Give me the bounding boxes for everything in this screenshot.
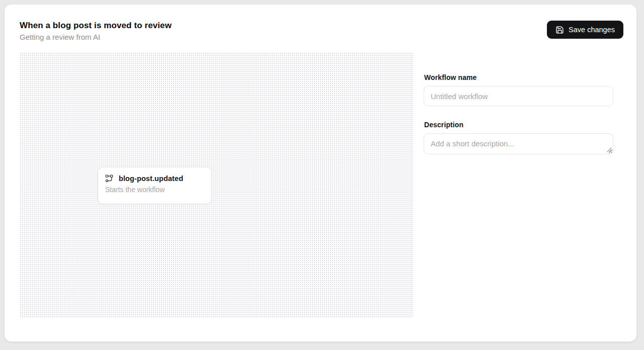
header-titles: When a blog post is moved to review Gett… xyxy=(20,21,172,42)
workflow-name-label: Workflow name xyxy=(424,73,613,81)
workflow-settings-panel: Workflow name Description xyxy=(424,73,613,154)
workflow-editor-card: When a blog post is moved to review Gett… xyxy=(4,4,637,342)
save-icon xyxy=(555,26,564,34)
trigger-node-header: blog-post.updated xyxy=(105,174,204,183)
page-subtitle: Getting a review from AI xyxy=(20,33,172,42)
save-button-label: Save changes xyxy=(569,26,615,34)
description-field-wrap xyxy=(424,133,613,154)
description-textarea[interactable] xyxy=(424,133,613,154)
workflow-name-input[interactable] xyxy=(424,86,613,106)
workflow-trigger-icon xyxy=(105,174,114,183)
page-title: When a blog post is moved to review xyxy=(20,21,172,31)
workflow-canvas[interactable]: blog-post.updated Starts the workflow xyxy=(20,52,413,317)
description-label: Description xyxy=(424,121,613,129)
trigger-node[interactable]: blog-post.updated Starts the workflow xyxy=(98,167,212,204)
node-title: blog-post.updated xyxy=(119,174,183,183)
save-changes-button[interactable]: Save changes xyxy=(547,21,623,39)
editor-header: When a blog post is moved to review Gett… xyxy=(5,5,636,42)
node-subtitle: Starts the workflow xyxy=(105,186,204,194)
